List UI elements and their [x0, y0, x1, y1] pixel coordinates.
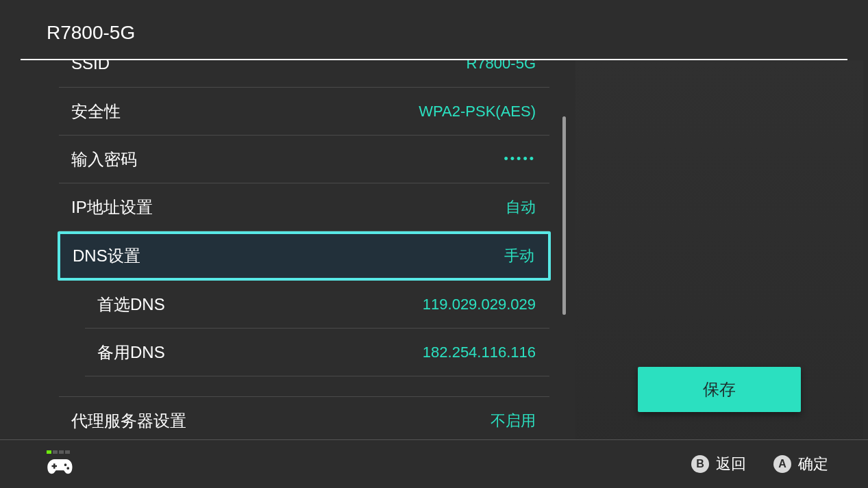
footer-left [47, 450, 74, 478]
password-value: ••••• [504, 152, 536, 166]
proxy-label: 代理服务器设置 [71, 410, 186, 432]
alt-dns-label: 备用DNS [97, 342, 165, 363]
footer: B 返回 A 确定 [0, 439, 868, 488]
row-ssid[interactable]: SSID R7800-5G [59, 60, 549, 88]
content: SSID R7800-5G 安全性 WPA2-PSK(AES) 输入密码 •••… [0, 60, 868, 439]
alt-dns-value: 182.254.116.116 [423, 344, 536, 361]
primary-dns-value: 119.029.029.029 [423, 296, 536, 313]
confirm-label: 确定 [798, 454, 828, 474]
battery-indicator [47, 450, 70, 454]
proxy-value: 不启用 [491, 411, 536, 431]
security-label: 安全性 [71, 101, 121, 123]
row-proxy-settings[interactable]: 代理服务器设置 不启用 [59, 397, 549, 439]
ssid-label: SSID [71, 60, 110, 73]
footer-hints: B 返回 A 确定 [691, 454, 828, 474]
hint-back[interactable]: B 返回 [691, 454, 746, 474]
header: R7800-5G [0, 0, 868, 59]
primary-dns-label: 首选DNS [97, 294, 165, 316]
save-button[interactable]: 保存 [638, 367, 801, 412]
ssid-value: R7800-5G [466, 60, 536, 73]
row-security[interactable]: 安全性 WPA2-PSK(AES) [59, 88, 549, 136]
row-ip-settings[interactable]: IP地址设置 自动 [59, 183, 549, 231]
password-label: 输入密码 [71, 149, 137, 170]
dns-value: 手动 [504, 246, 534, 266]
scrollbar-thumb[interactable] [562, 116, 566, 315]
right-pane: 保存 [575, 60, 863, 439]
row-gap [59, 376, 549, 397]
ip-value: 自动 [506, 197, 536, 218]
security-value: WPA2-PSK(AES) [419, 103, 536, 120]
settings-list: SSID R7800-5G 安全性 WPA2-PSK(AES) 输入密码 •••… [0, 60, 575, 439]
controller-icon [47, 457, 74, 478]
hint-confirm[interactable]: A 确定 [773, 454, 828, 474]
dns-label: DNS设置 [73, 245, 140, 267]
b-button-icon: B [691, 455, 709, 473]
page-title: R7800-5G [47, 22, 135, 44]
row-alt-dns[interactable]: 备用DNS 182.254.116.116 [85, 329, 549, 376]
row-password[interactable]: 输入密码 ••••• [59, 136, 549, 183]
back-label: 返回 [716, 454, 746, 474]
a-button-icon: A [773, 455, 791, 473]
row-dns-settings[interactable]: DNS设置 手动 [58, 231, 551, 281]
ip-label: IP地址设置 [71, 196, 153, 218]
row-primary-dns[interactable]: 首选DNS 119.029.029.029 [85, 281, 549, 329]
